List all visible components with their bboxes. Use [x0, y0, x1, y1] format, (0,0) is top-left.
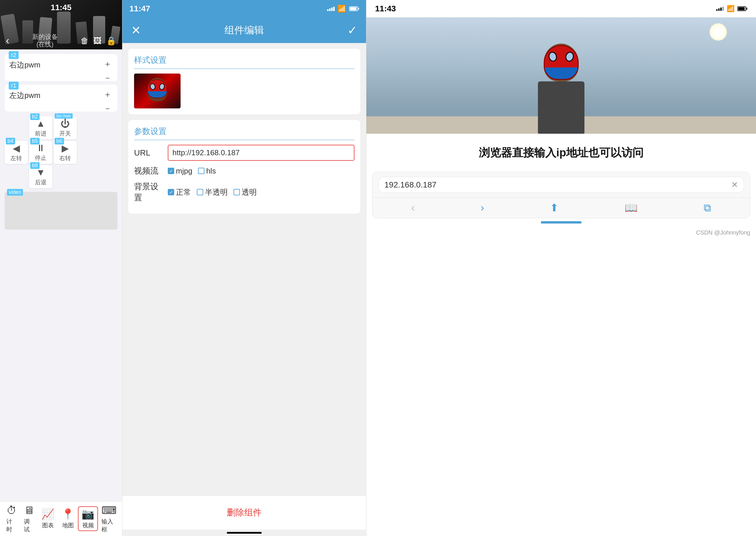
- bottom-indicator: [227, 532, 262, 534]
- params-section-title: 参数设置: [134, 126, 355, 140]
- b8-tag: b8: [30, 162, 40, 169]
- chart-icon: 📈: [41, 508, 54, 520]
- share-btn[interactable]: ⬆: [550, 202, 559, 214]
- p3-bottom-indicator: [541, 221, 582, 223]
- wifi-icon-p3: 📶: [727, 5, 735, 13]
- panel1-navbar: ‹ 新的设备 (在线) 🗑 🖼 🔒: [0, 32, 122, 50]
- tab-timer[interactable]: ⏱ 计时: [3, 503, 20, 535]
- panel2-status-bar: 11:47 📶: [122, 0, 366, 17]
- b6-tag: b6: [55, 138, 64, 145]
- hls-checkbox[interactable]: [198, 168, 204, 174]
- image-background: [366, 17, 756, 134]
- tab-video[interactable]: 📷 视频: [78, 506, 98, 531]
- left-text: 左转: [11, 154, 22, 162]
- stream-row: 视频流 ✓ mjpg hls: [134, 165, 355, 177]
- mjpg-option[interactable]: ✓ mjpg: [168, 167, 192, 176]
- spiderman-image: [134, 74, 181, 108]
- forward-browser-btn[interactable]: ›: [481, 202, 484, 214]
- tab-video-label: 视频: [82, 521, 94, 529]
- panel3-time: 11:43: [375, 4, 396, 14]
- tab-chart-label: 图表: [42, 521, 54, 529]
- backward-text: 后退: [35, 179, 47, 186]
- panel3-status-bar: 11:43 📶: [366, 0, 756, 17]
- style-section-title: 样式设置: [134, 55, 355, 69]
- widget-r2-title: 右边pwm: [9, 60, 113, 70]
- b2-tag: b2: [30, 113, 40, 120]
- mjpg-label: mjpg: [176, 167, 192, 176]
- dpad-left-btn[interactable]: b4 ◀ 左转: [5, 141, 28, 164]
- url-input[interactable]: [168, 145, 355, 161]
- bg-trans-checkbox[interactable]: [233, 189, 240, 195]
- battery-icon: [349, 6, 359, 11]
- panel3-status-icons: 📶: [716, 5, 747, 13]
- close-btn[interactable]: ✕: [131, 23, 141, 37]
- panel2-time: 11:47: [129, 4, 150, 14]
- browser-url-bar: 192.168.0.187 ✕: [372, 172, 750, 198]
- main-text: 浏览器直接输入ip地址也可以访问: [479, 145, 643, 160]
- r2-plus-btn[interactable]: ＋: [102, 58, 114, 70]
- back-browser-btn[interactable]: ‹: [411, 202, 415, 214]
- lock-icon[interactable]: 🔒: [106, 36, 116, 46]
- bookmarks-btn[interactable]: 📖: [625, 202, 638, 214]
- bg-normal-checkbox[interactable]: ✓: [168, 189, 174, 195]
- back-btn[interactable]: ‹: [6, 35, 9, 47]
- dpad-grid: b2 ▲ 前进 btn-hwe ⏻ 开关 b4 ◀ 左转 b5 ⏸: [5, 116, 77, 188]
- bg-row: 背景设置 ✓ 正常 半透明 透明: [134, 181, 355, 203]
- nav-title-area: 新的设备 (在线): [32, 33, 58, 49]
- light-source: [709, 23, 727, 41]
- style-section: 样式设置: [128, 49, 360, 114]
- stream-checkbox-group: ✓ mjpg hls: [168, 167, 216, 176]
- bg-label: 背景设置: [134, 181, 163, 203]
- text-section: 浏览器直接输入ip地址也可以访问: [366, 134, 756, 172]
- dpad-backward-btn[interactable]: b8 ▼ 后退: [29, 165, 52, 188]
- dpad-empty-br: [53, 165, 77, 188]
- delete-component-btn[interactable]: 删除组件: [128, 501, 360, 524]
- browser-url-text: 192.168.0.187: [384, 180, 436, 189]
- dpad-stop-btn[interactable]: b5 ⏸ 停止: [29, 141, 52, 164]
- tab-debug[interactable]: 🖥 调试: [20, 503, 38, 535]
- timer-icon: ⏱: [6, 504, 17, 517]
- widget-r2: r2 右边pwm ＋ －: [5, 54, 118, 81]
- tab-input-label: 输入框: [101, 518, 117, 533]
- panel3-browser: 11:43 📶: [366, 0, 756, 536]
- widget-r1-label: r1: [9, 82, 18, 89]
- tab-map[interactable]: 📍 地图: [58, 506, 78, 531]
- stop-text: 停止: [35, 154, 47, 162]
- forward-text: 前进: [35, 130, 47, 138]
- bg-semi-label: 半透明: [205, 187, 228, 197]
- panel2-navbar: ✕ 组件编辑 ✓: [122, 17, 366, 43]
- bg-semi-checkbox[interactable]: [197, 189, 203, 195]
- dpad-forward-btn[interactable]: b2 ▲ 前进: [29, 116, 52, 140]
- bg-semi-option[interactable]: 半透明: [197, 187, 228, 197]
- dpad-empty-topleft: [5, 116, 28, 140]
- r1-minus-btn[interactable]: －: [102, 103, 114, 114]
- tabs-btn[interactable]: ⧉: [704, 202, 711, 214]
- hls-option[interactable]: hls: [198, 167, 216, 176]
- bg-trans-label: 透明: [242, 187, 257, 197]
- confirm-btn[interactable]: ✓: [348, 23, 357, 37]
- url-bar-container[interactable]: 192.168.0.187 ✕: [378, 177, 744, 193]
- trash-icon[interactable]: 🗑: [81, 36, 89, 46]
- url-label: URL: [134, 148, 163, 157]
- tab-input[interactable]: ⌨ 输入框: [98, 503, 120, 535]
- image-icon[interactable]: 🖼: [93, 36, 101, 46]
- power-btn[interactable]: btn-hwe ⏻ 开关: [53, 116, 77, 140]
- r2-minus-btn[interactable]: －: [102, 72, 114, 84]
- mjpg-checkbox[interactable]: ✓: [168, 168, 174, 174]
- widget-r2-label: r2: [9, 51, 18, 59]
- tab-chart[interactable]: 📈 图表: [38, 506, 58, 531]
- keyboard-icon: ⌨: [101, 504, 117, 517]
- bg-trans-option[interactable]: 透明: [233, 187, 257, 197]
- dpad-empty-bl: [5, 165, 28, 188]
- r1-plus-btn[interactable]: ＋: [102, 89, 114, 100]
- dpad-right-btn[interactable]: b6 ▶ 右转: [53, 141, 77, 164]
- tab-image[interactable]: 🖼 图片: [120, 503, 122, 535]
- bg-normal-label: 正常: [176, 187, 191, 197]
- tab-map-label: 地图: [62, 521, 74, 529]
- btn-hwe-tag: btn-hwe: [55, 113, 73, 118]
- delete-section: 删除组件: [122, 495, 366, 530]
- clear-url-btn[interactable]: ✕: [731, 180, 738, 189]
- widget-r1-controls: ＋ －: [102, 89, 114, 114]
- bg-normal-option[interactable]: ✓ 正常: [168, 187, 191, 197]
- panel1-time: 11:45: [51, 3, 72, 12]
